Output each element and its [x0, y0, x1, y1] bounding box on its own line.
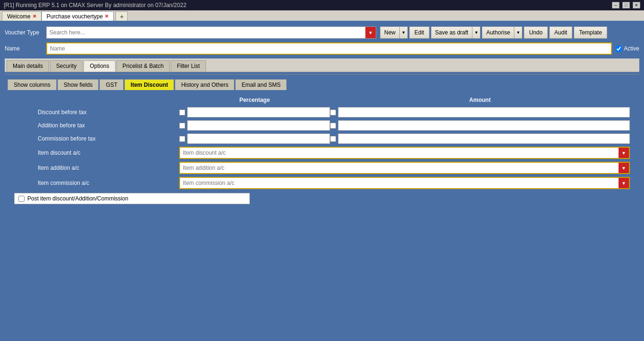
commission-before-tax-label: Commission before tax — [14, 135, 179, 142]
commission-amt-checkbox[interactable] — [330, 136, 336, 142]
voucher-type-dropdown-arrow[interactable]: ▼ — [365, 27, 376, 38]
tab-welcome[interactable]: Welcome ✕ — [2, 11, 41, 21]
close-button[interactable]: ✕ — [633, 2, 640, 8]
discount-pct-input[interactable] — [187, 107, 330, 117]
name-label: Name — [5, 45, 42, 52]
undo-button[interactable]: Undo — [524, 26, 548, 39]
item-discount-ac-label: Item discount a/c — [14, 150, 179, 156]
add-tab-button[interactable]: + — [116, 11, 128, 21]
discount-pct-field — [179, 107, 330, 117]
post-discount-row: Post item discount/Addition/Commission — [14, 193, 630, 204]
edit-button[interactable]: Edit — [409, 26, 429, 39]
item-addition-ac-input[interactable] — [180, 165, 619, 171]
save-draft-button-group: Save as draft ▼ — [431, 26, 481, 39]
post-discount-label: Post item discount/Addition/Commission — [27, 195, 128, 202]
tab-purchase-vouchertype[interactable]: Purchase vouchertype ✕ — [41, 11, 114, 21]
discount-before-tax-label: Discount before tax — [14, 109, 179, 116]
tab-bar: Welcome ✕ Purchase vouchertype ✕ + — [0, 10, 644, 22]
item-addition-ac-label: Item addition a/c — [14, 165, 179, 171]
post-discount-box: Post item discount/Addition/Commission — [14, 193, 250, 204]
authorise-button[interactable]: Authorise — [482, 26, 514, 39]
discount-amt-field — [330, 107, 630, 117]
name-input[interactable] — [46, 42, 612, 55]
tab-filter-list[interactable]: Filter List — [171, 60, 206, 72]
save-draft-button[interactable]: Save as draft — [431, 26, 472, 39]
post-discount-checkbox[interactable] — [18, 196, 25, 202]
content-panel: Percentage Amount Discount before tax Ad… — [5, 90, 639, 211]
tab-pricelist-batch[interactable]: Pricelist & Batch — [116, 60, 170, 72]
title-bar: [R1] Running ERP 5.1 on CMAX Server By a… — [0, 0, 644, 10]
new-button[interactable]: New — [380, 26, 399, 39]
voucher-type-label: Voucher Type — [5, 29, 42, 36]
save-draft-dropdown-arrow[interactable]: ▼ — [472, 26, 480, 39]
sub-tab-email-sms[interactable]: Email and SMS — [235, 79, 287, 90]
addition-amt-field — [330, 120, 630, 131]
tab-security[interactable]: Security — [50, 60, 83, 72]
authorise-button-group: Authorise ▼ — [482, 26, 522, 39]
item-commission-ac-arrow[interactable]: ▼ — [619, 178, 629, 188]
sub-tab-item-discount[interactable]: Item Discount — [124, 79, 174, 90]
minimize-button[interactable]: ─ — [612, 2, 619, 8]
discount-pct-checkbox[interactable] — [179, 109, 185, 116]
sub-tab-show-fields[interactable]: Show fields — [58, 79, 99, 90]
template-button[interactable]: Template — [574, 26, 607, 39]
amount-header: Amount — [330, 97, 630, 103]
addition-amt-checkbox[interactable] — [330, 123, 336, 129]
active-checkbox[interactable] — [616, 46, 622, 52]
item-discount-ac-arrow[interactable]: ▼ — [619, 148, 629, 158]
commission-pct-checkbox[interactable] — [179, 136, 185, 142]
tab-divider — [5, 74, 639, 75]
tab-options[interactable]: Options — [83, 60, 115, 72]
active-label: Active — [624, 45, 639, 52]
tab-main-details[interactable]: Main details — [7, 60, 49, 72]
inner-tab-bar: Main details Security Options Pricelist … — [5, 58, 639, 72]
addition-before-tax-label: Addition before tax — [14, 122, 179, 129]
sub-tab-gst[interactable]: GST — [99, 79, 124, 90]
tab-welcome-close[interactable]: ✕ — [33, 14, 36, 19]
item-commission-ac-combo[interactable]: ▼ — [179, 177, 630, 189]
item-commission-ac-input[interactable] — [180, 180, 619, 186]
discount-amt-checkbox[interactable] — [330, 109, 336, 116]
sub-tab-history[interactable]: History and Others — [175, 79, 234, 90]
item-addition-ac-combo[interactable]: ▼ — [179, 162, 630, 174]
discount-amt-input[interactable] — [338, 107, 630, 117]
voucher-type-row: Voucher Type ▼ New ▼ Edit Save as draft … — [5, 26, 639, 39]
percentage-header: Percentage — [179, 97, 330, 103]
active-checkbox-group: Active — [616, 45, 639, 52]
column-headers: Percentage Amount — [14, 97, 630, 103]
commission-pct-input[interactable] — [187, 133, 330, 144]
main-content: Voucher Type ▼ New ▼ Edit Save as draft … — [0, 22, 644, 341]
addition-before-tax-row: Addition before tax — [14, 120, 630, 131]
voucher-type-input[interactable] — [47, 27, 365, 38]
new-button-group: New ▼ — [380, 26, 408, 39]
item-commission-ac-label: Item commission a/c — [14, 180, 179, 186]
discount-before-tax-row: Discount before tax — [14, 107, 630, 117]
item-commission-ac-row: Item commission a/c ▼ — [14, 177, 630, 189]
restore-button[interactable]: □ — [622, 2, 630, 8]
commission-amt-input[interactable] — [338, 133, 630, 144]
item-addition-ac-row: Item addition a/c ▼ — [14, 162, 630, 174]
addition-pct-field — [179, 120, 330, 131]
commission-amt-field — [330, 133, 630, 144]
name-row: Name Active — [5, 42, 639, 55]
addition-pct-checkbox[interactable] — [179, 123, 185, 129]
title-text: [R1] Running ERP 5.1 on CMAX Server By a… — [4, 2, 186, 8]
sub-tab-bar: Show columns Show fields GST Item Discou… — [5, 76, 639, 90]
item-discount-ac-input[interactable] — [180, 150, 619, 156]
toolbar: New ▼ Edit Save as draft ▼ Authorise ▼ U… — [380, 26, 607, 39]
new-dropdown-arrow[interactable]: ▼ — [399, 26, 408, 39]
addition-amt-input[interactable] — [338, 120, 630, 131]
item-discount-ac-row: Item discount a/c ▼ — [14, 147, 630, 159]
authorise-dropdown-arrow[interactable]: ▼ — [514, 26, 522, 39]
sub-tab-show-columns[interactable]: Show columns — [8, 79, 57, 90]
voucher-type-combo[interactable]: ▼ — [46, 26, 376, 39]
audit-button[interactable]: Audit — [549, 26, 572, 39]
tab-purchase-close[interactable]: ✕ — [105, 14, 108, 19]
window-controls: ─ □ ✕ — [612, 2, 640, 8]
item-discount-ac-combo[interactable]: ▼ — [179, 147, 630, 159]
item-addition-ac-arrow[interactable]: ▼ — [619, 163, 629, 173]
commission-before-tax-row: Commission before tax — [14, 133, 630, 144]
commission-pct-field — [179, 133, 330, 144]
addition-pct-input[interactable] — [187, 120, 330, 131]
